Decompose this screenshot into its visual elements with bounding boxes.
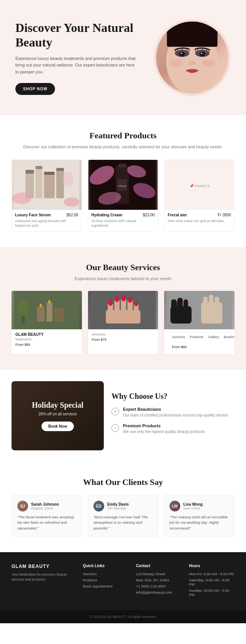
footer: GLAM BEAUTY Your destination for premium… xyxy=(0,552,246,610)
why-item-content-2: Premium Products We use only the highest… xyxy=(123,423,204,435)
product-card-2[interactable]: Ordinary Hydrating Cream $23.00 24-hour … xyxy=(88,159,158,232)
services-subtitle: Experience luxury treatments tailored to… xyxy=(12,276,234,282)
svg-rect-31 xyxy=(35,166,42,169)
product-price-1: $52.00 xyxy=(66,213,78,217)
hero-section: Discover Your Natural Beauty Experience … xyxy=(0,0,246,115)
svg-point-9 xyxy=(199,51,205,56)
nav-products[interactable]: Products xyxy=(190,335,204,339)
svg-rect-30 xyxy=(25,170,34,174)
svg-point-10 xyxy=(181,53,182,54)
service-card-3[interactable]: Services Products Gallery Booking Contac… xyxy=(164,291,234,354)
product-card-3[interactable]: 📌 Product 3 Frecal aier Fr 3500 Sem mise… xyxy=(164,159,234,232)
svg-rect-3 xyxy=(167,29,218,47)
service-image-3 xyxy=(164,291,234,329)
check-icon: ✓ xyxy=(111,408,119,415)
holiday-card: Holiday Special 20% off on all services … xyxy=(12,381,104,450)
hero-text: Discover Your Natural Beauty Experience … xyxy=(15,20,138,95)
service-info-3: Services Products Gallery Booking Contac… xyxy=(164,329,234,354)
featured-title: Featured Products xyxy=(12,131,234,141)
product-price-3: Fr 3500 xyxy=(218,213,231,217)
footer-contact-col: Contact 123 Beauty Street New York, NY 1… xyxy=(136,564,181,599)
service-price-1: From $89 xyxy=(15,343,78,347)
service-type-2: sessions xyxy=(92,332,155,336)
svg-rect-74 xyxy=(171,299,177,312)
service-info-1: GLAM BEAUTY treatments From $89 xyxy=(12,329,82,350)
featured-subtitle: Discover our collection of premium beaut… xyxy=(12,144,234,150)
footer-contact-line-1: 123 Beauty Street xyxy=(136,572,181,576)
footer-hours-line-3: Sunday: 10:00 AM - 5:00 PM xyxy=(189,588,234,597)
product-info-3: Frecal aier Fr 3500 Sem mise traina vnc … xyxy=(165,210,234,227)
svg-rect-47 xyxy=(37,306,45,322)
service-type-1: treatments xyxy=(15,337,78,341)
svg-point-23 xyxy=(170,60,183,67)
product-desc-3: Sem mise traina vnc gnd as demdes. xyxy=(168,219,231,224)
testimonial-header-3: LW Lisa Wong New Client xyxy=(170,501,229,511)
svg-rect-29 xyxy=(56,169,64,198)
svg-point-34 xyxy=(12,193,31,204)
svg-rect-70 xyxy=(215,297,219,308)
service-card-1[interactable]: GLAM BEAUTY treatments From $89 xyxy=(12,291,82,354)
product-desc-2: 24-hour moisture with natural ingredient… xyxy=(91,219,155,228)
footer-hours-title: Hours xyxy=(189,564,234,568)
products-grid: Luxury Face Serum $52.00 Advanced anti-a… xyxy=(12,159,234,232)
shop-now-button[interactable]: SHOP NOW xyxy=(15,83,55,95)
service-image-1 xyxy=(12,291,82,329)
product-price-2: $23.00 xyxy=(143,213,155,217)
hero-image xyxy=(154,19,231,96)
why-item-1: ✓ Expert Beauticians Our team of certifi… xyxy=(111,407,234,418)
footer-brand-col: GLAM BEAUTY Your destination for premium… xyxy=(12,564,75,599)
footer-contact-title: Contact xyxy=(136,564,181,568)
svg-rect-68 xyxy=(203,297,208,308)
footer-brand-name: GLAM BEAUTY xyxy=(12,564,75,569)
svg-point-11 xyxy=(201,53,203,54)
footer-link-services[interactable]: Services xyxy=(83,572,128,576)
testimonials-title: What Our Clients Say xyxy=(12,477,234,487)
svg-point-63 xyxy=(121,295,126,301)
testimonial-meta-2: Emily Davis VIP Member xyxy=(107,502,129,510)
service-brand-1: GLAM BEAUTY xyxy=(15,332,78,337)
nav-gallery[interactable]: Gallery xyxy=(208,335,219,339)
services-grid: GLAM BEAUTY treatments From $89 xyxy=(12,291,234,354)
footer-contact-line-2: New York, NY 10001 xyxy=(136,578,181,582)
footer-link-booking[interactable]: Book Appointment xyxy=(83,584,128,588)
svg-rect-28 xyxy=(44,173,55,198)
testimonial-header-2: ED Emily Davis VIP Member xyxy=(93,501,153,511)
service-card-2[interactable]: sessions From $75 xyxy=(88,291,158,354)
testimonial-3: LW Lisa Wong New Client "The makeup arti… xyxy=(164,495,234,537)
service-price-2: From $75 xyxy=(92,338,155,342)
product-name-2: Hydrating Cream xyxy=(91,213,123,217)
testimonial-name-3: Lisa Wong xyxy=(183,502,203,506)
testimonial-meta-3: Lisa Wong New Client xyxy=(183,502,203,510)
product-name-1: Luxury Face Serum xyxy=(15,213,51,217)
avatar-3: LW xyxy=(170,501,180,511)
svg-rect-49 xyxy=(54,308,64,322)
service-price-3: From $65 xyxy=(172,345,227,349)
testimonial-header-1: SJ Sarah Johnson Regular Client xyxy=(17,501,76,511)
nav-booking[interactable]: Booking xyxy=(224,335,234,339)
services-section: Our Beauty Services Experience luxury tr… xyxy=(0,247,246,370)
book-now-button[interactable]: Book Now xyxy=(42,422,74,431)
featured-section: Featured Products Discover our collectio… xyxy=(0,115,246,247)
svg-point-8 xyxy=(179,51,185,56)
testimonials-section: What Our Clients Say SJ Sarah Johnson Re… xyxy=(0,462,246,552)
testimonial-meta-1: Sarah Johnson Regular Client xyxy=(31,502,59,510)
why-item-content-1: Expert Beauticians Our team of certified… xyxy=(123,407,228,418)
product-name-3: Frecal aier xyxy=(168,213,187,217)
hero-title: Discover Your Natural Beauty xyxy=(15,20,138,50)
svg-rect-39 xyxy=(118,164,126,168)
footer-link-products[interactable]: Products xyxy=(83,578,128,582)
product-card-1[interactable]: Luxury Face Serum $52.00 Advanced anti-a… xyxy=(12,159,82,232)
why-title: Why Choose Us? xyxy=(111,392,234,401)
product-info-1: Luxury Face Serum $52.00 Advanced anti-a… xyxy=(12,210,81,231)
footer-hours-line-1: Mon-Fri: 9:00 AM - 8:00 PM xyxy=(189,572,234,576)
hero-description: Experience luxury beauty treatments and … xyxy=(15,55,138,76)
product-desc-1: Advanced anti-aging formula with hyaluro… xyxy=(15,219,78,228)
services-nav: Services Products Gallery Booking Contac… xyxy=(168,332,231,341)
testimonial-role-1: Regular Client xyxy=(31,506,59,510)
avatar-1: SJ xyxy=(17,501,28,511)
nav-services[interactable]: Services xyxy=(172,335,185,339)
svg-rect-69 xyxy=(209,295,214,308)
svg-point-36 xyxy=(62,171,73,187)
testimonial-role-2: VIP Member xyxy=(107,506,129,510)
svg-point-53 xyxy=(17,300,29,316)
